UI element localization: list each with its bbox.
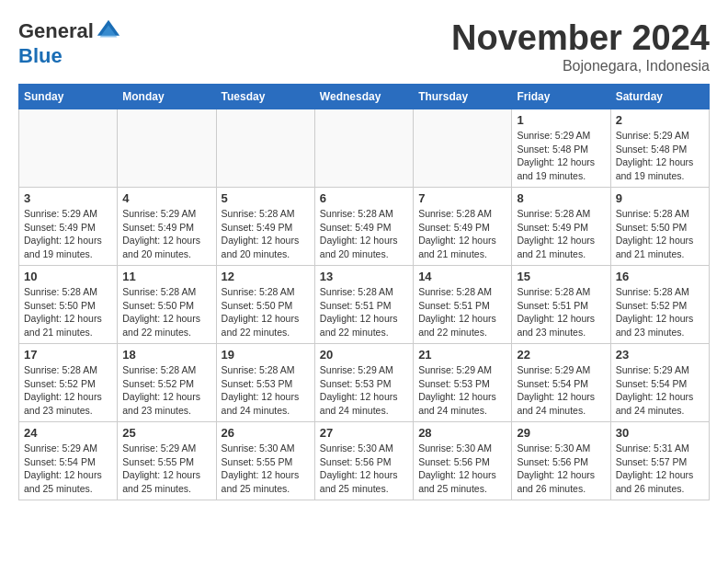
day-number: 5 — [222, 191, 310, 205]
calendar-cell: 23Sunrise: 5:29 AM Sunset: 5:54 PM Dayli… — [610, 344, 709, 422]
day-number: 10 — [24, 270, 112, 283]
header-tuesday: Tuesday — [216, 85, 314, 109]
day-info: Sunrise: 5:30 AM Sunset: 5:56 PM Dayligh… — [320, 442, 408, 496]
day-number: 26 — [222, 426, 310, 440]
day-info: Sunrise: 5:28 AM Sunset: 5:52 PM Dayligh… — [24, 363, 112, 418]
day-number: 2 — [616, 113, 704, 127]
day-info: Sunrise: 5:28 AM Sunset: 5:50 PM Dayligh… — [24, 285, 112, 339]
month-title: November 2024 — [451, 18, 710, 58]
day-info: Sunrise: 5:28 AM Sunset: 5:49 PM Dayligh… — [517, 207, 605, 261]
day-info: Sunrise: 5:30 AM Sunset: 5:55 PM Dayligh… — [222, 442, 310, 496]
calendar-cell — [19, 109, 118, 188]
day-info: Sunrise: 5:28 AM Sunset: 5:51 PM Dayligh… — [517, 285, 605, 339]
day-info: Sunrise: 5:28 AM Sunset: 5:52 PM Dayligh… — [616, 285, 704, 339]
day-number: 16 — [616, 270, 704, 283]
header-wednesday: Wednesday — [314, 85, 413, 109]
calendar-cell: 24Sunrise: 5:29 AM Sunset: 5:54 PM Dayli… — [19, 422, 118, 500]
day-info: Sunrise: 5:28 AM Sunset: 5:49 PM Dayligh… — [222, 207, 310, 261]
day-info: Sunrise: 5:29 AM Sunset: 5:49 PM Dayligh… — [122, 207, 210, 261]
calendar-cell: 28Sunrise: 5:30 AM Sunset: 5:56 PM Dayli… — [414, 422, 512, 500]
day-number: 11 — [122, 270, 210, 283]
day-info: Sunrise: 5:28 AM Sunset: 5:49 PM Dayligh… — [418, 207, 506, 261]
title-block: November 2024 Bojonegara, Indonesia — [451, 18, 710, 75]
day-number: 23 — [616, 348, 704, 362]
calendar-week-4: 17Sunrise: 5:28 AM Sunset: 5:52 PM Dayli… — [19, 344, 710, 422]
header-friday: Friday — [512, 85, 610, 109]
day-number: 27 — [320, 426, 408, 440]
day-info: Sunrise: 5:29 AM Sunset: 5:53 PM Dayligh… — [320, 363, 408, 418]
page-header: General Blue November 2024 Bojonegara, I… — [18, 18, 710, 75]
day-info: Sunrise: 5:28 AM Sunset: 5:50 PM Dayligh… — [222, 285, 310, 339]
day-number: 7 — [418, 191, 506, 205]
calendar-cell — [314, 109, 413, 188]
calendar-cell — [216, 109, 314, 188]
location: Bojonegara, Indonesia — [451, 58, 710, 75]
calendar-cell: 17Sunrise: 5:28 AM Sunset: 5:52 PM Dayli… — [19, 344, 118, 422]
day-info: Sunrise: 5:29 AM Sunset: 5:54 PM Dayligh… — [517, 363, 605, 418]
calendar-cell: 9Sunrise: 5:28 AM Sunset: 5:50 PM Daylig… — [610, 188, 709, 266]
day-number: 17 — [24, 348, 112, 362]
calendar-cell: 18Sunrise: 5:28 AM Sunset: 5:52 PM Dayli… — [118, 344, 216, 422]
calendar-cell: 22Sunrise: 5:29 AM Sunset: 5:54 PM Dayli… — [512, 344, 610, 422]
calendar-cell: 20Sunrise: 5:29 AM Sunset: 5:53 PM Dayli… — [314, 344, 413, 422]
day-number: 13 — [320, 270, 408, 283]
day-number: 21 — [418, 348, 506, 362]
calendar-cell: 7Sunrise: 5:28 AM Sunset: 5:49 PM Daylig… — [414, 188, 512, 266]
day-info: Sunrise: 5:28 AM Sunset: 5:52 PM Dayligh… — [122, 363, 210, 418]
day-info: Sunrise: 5:29 AM Sunset: 5:49 PM Dayligh… — [24, 207, 112, 261]
day-number: 8 — [517, 191, 605, 205]
logo: General Blue — [18, 18, 121, 68]
day-info: Sunrise: 5:28 AM Sunset: 5:51 PM Dayligh… — [418, 285, 506, 339]
day-info: Sunrise: 5:29 AM Sunset: 5:54 PM Dayligh… — [24, 442, 112, 496]
day-number: 14 — [418, 270, 506, 283]
header-saturday: Saturday — [610, 85, 709, 109]
calendar-cell: 1Sunrise: 5:29 AM Sunset: 5:48 PM Daylig… — [512, 109, 610, 188]
day-info: Sunrise: 5:29 AM Sunset: 5:54 PM Dayligh… — [616, 363, 704, 418]
logo-icon — [96, 18, 121, 44]
header-sunday: Sunday — [19, 85, 118, 109]
day-number: 30 — [616, 426, 704, 440]
day-number: 4 — [122, 191, 210, 205]
weekday-header-row: Sunday Monday Tuesday Wednesday Thursday… — [19, 85, 710, 109]
calendar-table: Sunday Monday Tuesday Wednesday Thursday… — [18, 84, 710, 500]
day-number: 9 — [616, 191, 704, 205]
day-info: Sunrise: 5:31 AM Sunset: 5:57 PM Dayligh… — [616, 442, 704, 496]
calendar-week-5: 24Sunrise: 5:29 AM Sunset: 5:54 PM Dayli… — [19, 422, 710, 500]
calendar-week-2: 3Sunrise: 5:29 AM Sunset: 5:49 PM Daylig… — [19, 188, 710, 266]
calendar-week-1: 1Sunrise: 5:29 AM Sunset: 5:48 PM Daylig… — [19, 109, 710, 188]
day-number: 3 — [24, 191, 112, 205]
calendar-cell: 2Sunrise: 5:29 AM Sunset: 5:48 PM Daylig… — [610, 109, 709, 188]
calendar-cell: 29Sunrise: 5:30 AM Sunset: 5:56 PM Dayli… — [512, 422, 610, 500]
day-info: Sunrise: 5:29 AM Sunset: 5:48 PM Dayligh… — [517, 129, 605, 183]
day-number: 25 — [122, 426, 210, 440]
logo-general-text: General — [18, 19, 94, 43]
day-number: 24 — [24, 426, 112, 440]
calendar-cell — [118, 109, 216, 188]
day-number: 19 — [222, 348, 310, 362]
calendar-cell: 13Sunrise: 5:28 AM Sunset: 5:51 PM Dayli… — [314, 266, 413, 344]
day-number: 6 — [320, 191, 408, 205]
calendar-cell: 21Sunrise: 5:29 AM Sunset: 5:53 PM Dayli… — [414, 344, 512, 422]
calendar-week-3: 10Sunrise: 5:28 AM Sunset: 5:50 PM Dayli… — [19, 266, 710, 344]
calendar-cell: 19Sunrise: 5:28 AM Sunset: 5:53 PM Dayli… — [216, 344, 314, 422]
calendar-cell — [414, 109, 512, 188]
calendar-cell: 11Sunrise: 5:28 AM Sunset: 5:50 PM Dayli… — [118, 266, 216, 344]
calendar-cell: 26Sunrise: 5:30 AM Sunset: 5:55 PM Dayli… — [216, 422, 314, 500]
day-info: Sunrise: 5:30 AM Sunset: 5:56 PM Dayligh… — [517, 442, 605, 496]
calendar-cell: 15Sunrise: 5:28 AM Sunset: 5:51 PM Dayli… — [512, 266, 610, 344]
day-number: 15 — [517, 270, 605, 283]
calendar-cell: 12Sunrise: 5:28 AM Sunset: 5:50 PM Dayli… — [216, 266, 314, 344]
day-info: Sunrise: 5:29 AM Sunset: 5:55 PM Dayligh… — [122, 442, 210, 496]
calendar-cell: 25Sunrise: 5:29 AM Sunset: 5:55 PM Dayli… — [118, 422, 216, 500]
day-number: 22 — [517, 348, 605, 362]
day-number: 18 — [122, 348, 210, 362]
page-container: General Blue November 2024 Bojonegara, I… — [0, 0, 728, 510]
day-number: 28 — [418, 426, 506, 440]
day-info: Sunrise: 5:29 AM Sunset: 5:53 PM Dayligh… — [418, 363, 506, 418]
calendar-cell: 27Sunrise: 5:30 AM Sunset: 5:56 PM Dayli… — [314, 422, 413, 500]
day-info: Sunrise: 5:29 AM Sunset: 5:48 PM Dayligh… — [616, 129, 704, 183]
calendar-cell: 16Sunrise: 5:28 AM Sunset: 5:52 PM Dayli… — [610, 266, 709, 344]
logo-blue-text: Blue — [18, 44, 63, 68]
calendar-cell: 10Sunrise: 5:28 AM Sunset: 5:50 PM Dayli… — [19, 266, 118, 344]
header-monday: Monday — [118, 85, 216, 109]
